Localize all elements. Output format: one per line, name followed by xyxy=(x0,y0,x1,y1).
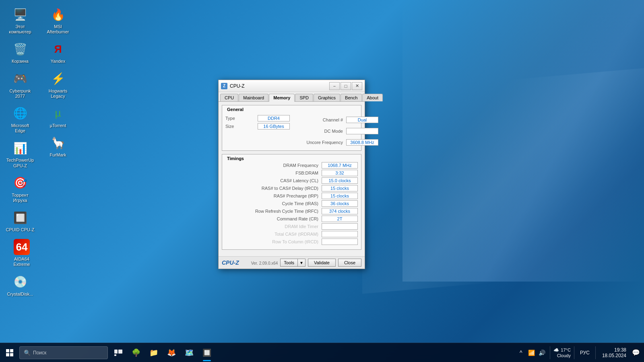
tras-row: Cycle Time (tRAS) 36 clocks xyxy=(225,200,358,207)
weather-info[interactable]: ☁️ 17°C Cloudy xyxy=(553,348,571,358)
desktop-icon-yandex[interactable]: Я Yandex xyxy=(42,39,74,66)
language-indicator[interactable]: РУС xyxy=(578,350,592,356)
trcd-label: RAS# to CAS# Delay (tRCD) xyxy=(225,186,322,191)
desktop-icon-cyberpunk[interactable]: 🎮 Cyberpunk2077 xyxy=(4,68,36,101)
desktop-icon-msi[interactable]: 🔥 MSIAfterburner xyxy=(42,4,74,37)
tray-separator-3 xyxy=(595,346,596,359)
recycle-label: Корзина xyxy=(12,59,29,64)
window-close-button[interactable]: ✕ xyxy=(352,82,362,90)
desktop-icon-recycle[interactable]: 🗑️ Корзина xyxy=(4,39,36,66)
dram-idle-value xyxy=(322,223,358,230)
trdram-value xyxy=(322,231,358,237)
timings-section: Timings DRAM Frequency 1068.7 MHz FSB:DR… xyxy=(222,154,361,250)
taskbar-icon-files[interactable]: 🌳 xyxy=(127,343,145,362)
crystaldisk-icon: 💿 xyxy=(12,274,28,290)
search-bar[interactable]: 🔍 xyxy=(19,346,108,359)
trdram-row: Total CAS# (tRDRAM) xyxy=(225,231,358,237)
window-title-text: CPU-Z xyxy=(230,83,245,89)
dram-idle-row: DRAM Idle Timer xyxy=(225,223,358,230)
taskbar-icon-maps[interactable]: 🗺️ xyxy=(180,343,198,362)
msi-icon: 🔥 xyxy=(50,6,66,23)
tools-button[interactable]: Tools xyxy=(280,259,297,267)
msi-label: MSIAfterburner xyxy=(47,24,69,35)
torrent-game-label: ТоррентИгруха xyxy=(12,193,28,203)
size-row: Size 16 GBytes xyxy=(225,123,290,130)
desktop-icon-techpowerup[interactable]: 📊 TechPowerUpGPU-Z xyxy=(4,138,36,171)
desktop-icon-this-pc[interactable]: 🖥️ Этоткомпьютер xyxy=(4,4,36,37)
search-input[interactable] xyxy=(33,350,97,356)
tab-mainboard[interactable]: Mainboard xyxy=(239,94,268,101)
channel-row: Channel # Dual xyxy=(298,117,378,123)
desktop-icon-furmark[interactable]: 🦙 FurMark xyxy=(42,132,74,160)
techpowerup-label: TechPowerUpGPU-Z xyxy=(6,158,34,168)
taskbar-icons: 🌳 📁 🦊 🗺️ 🔲 xyxy=(108,343,217,362)
tray-volume-icon[interactable]: 🔊 xyxy=(537,348,547,358)
cpuid-icon: 🔲 xyxy=(12,210,28,226)
maximize-button[interactable]: □ xyxy=(341,82,351,90)
taskbar-icon-explorer[interactable]: 📁 xyxy=(145,343,163,362)
type-value: DDR4 xyxy=(258,115,290,121)
general-section: General Type DDR4 Size 16 GBytes Channel… xyxy=(222,105,361,151)
tools-arrow-button[interactable]: ▼ xyxy=(297,259,305,267)
cpuz-window: Z CPU-Z − □ ✕ CPU Mainboard Memory SPD G… xyxy=(218,80,365,269)
desktop-icon-aida64[interactable]: 64 AIDA64Extreme xyxy=(6,237,38,269)
taskbar-icon-browser[interactable]: 🦊 xyxy=(163,343,180,362)
cpuz-logo: CPU-Z xyxy=(222,259,249,266)
desktop-icon-edge[interactable]: 🌐 MicrosoftEdge xyxy=(4,103,36,136)
trfc-value: 374 clocks xyxy=(322,208,358,214)
dc-mode-label: DC Mode xyxy=(298,129,346,134)
svg-rect-6 xyxy=(114,354,116,356)
dc-mode-row: DC Mode xyxy=(298,128,378,134)
tray-chevron-icon[interactable]: ^ xyxy=(516,348,526,358)
desktop-icon-crystaldisk[interactable]: 💿 CrystalDisk... xyxy=(4,272,36,299)
weather-temp: 17°C xyxy=(561,348,571,352)
close-button[interactable]: Close xyxy=(338,259,361,267)
cpuz-version: Ver. 2.09.0.x64 xyxy=(251,261,278,265)
taskbar: 🔍 🌳 📁 🦊 🗺️ 🔲 ^ 📶 🔊 ☁️ 17°C C xyxy=(0,343,644,362)
notifications-icon[interactable]: 💬 xyxy=(631,348,641,358)
start-button[interactable] xyxy=(0,343,19,362)
trp-label: RAS# Precharge (tRP) xyxy=(225,193,322,198)
trcd-row: RAS# to CAS# Delay (tRCD) 15 clocks xyxy=(225,185,358,191)
type-label: Type xyxy=(225,116,258,121)
tray-network-icon[interactable]: 📶 xyxy=(526,348,536,358)
trp-row: RAS# Precharge (tRP) 15 clocks xyxy=(225,193,358,199)
trcd-value: 15 clocks xyxy=(322,185,358,191)
type-row: Type DDR4 xyxy=(225,115,290,121)
channel-label: Channel # xyxy=(298,117,346,122)
minimize-button[interactable]: − xyxy=(329,82,340,90)
tab-graphics[interactable]: Graphics xyxy=(314,94,340,101)
taskbar-icon-cpuz-active[interactable]: 🔲 xyxy=(198,343,216,362)
desktop-icon-cpuid[interactable]: 🔲 CPUID CPU-Z xyxy=(4,207,36,235)
window-title: Z CPU-Z xyxy=(221,83,245,89)
dram-freq-row: DRAM Frequency 1068.7 MHz xyxy=(225,162,358,169)
desktop-icon-utorrent[interactable]: µ µTorrent xyxy=(42,103,74,131)
tab-bench[interactable]: Bench xyxy=(341,94,362,101)
tab-spd[interactable]: SPD xyxy=(295,94,313,101)
validate-button[interactable]: Validate xyxy=(308,259,336,267)
utorrent-icon: µ xyxy=(50,105,66,121)
row-to-col-label: Row To Column (tRCD) xyxy=(225,239,322,244)
yandex-icon: Я xyxy=(50,41,66,57)
tab-memory[interactable]: Memory xyxy=(269,94,295,102)
trp-value: 15 clocks xyxy=(322,193,358,199)
taskbar-task-view[interactable] xyxy=(109,343,127,362)
weather-desc: Cloudy xyxy=(557,353,571,358)
trfc-row: Row Refresh Cycle Time (tRFC) 374 clocks xyxy=(225,208,358,214)
tab-about[interactable]: About xyxy=(362,94,383,101)
size-value: 16 GBytes xyxy=(258,123,290,130)
uncore-freq-value: 3608.8 MHz xyxy=(346,139,378,146)
desktop-icons: 🖥️ Этоткомпьютер 🗑️ Корзина 🎮 Cyberpunk2… xyxy=(0,0,80,338)
aida64-label: AIDA64Extreme xyxy=(14,257,30,267)
this-pc-icon: 🖥️ xyxy=(12,6,28,23)
svg-rect-3 xyxy=(10,353,13,356)
trdram-label: Total CAS# (tRDRAM) xyxy=(225,232,322,237)
clock-display[interactable]: 19:38 18.05.2024 xyxy=(599,347,630,358)
window-titlebar: Z CPU-Z − □ ✕ xyxy=(219,80,365,92)
svg-rect-4 xyxy=(114,350,118,354)
svg-rect-5 xyxy=(118,350,122,354)
cas-latency-row: CAS# Latency (CL) 15.0 clocks xyxy=(225,177,358,184)
desktop-icon-hogwarts[interactable]: ⚡ HogwartsLegacy xyxy=(42,68,74,101)
tab-cpu[interactable]: CPU xyxy=(220,94,238,101)
desktop-icon-torrent-game[interactable]: 🎯 ТоррентИгруха xyxy=(4,173,36,206)
